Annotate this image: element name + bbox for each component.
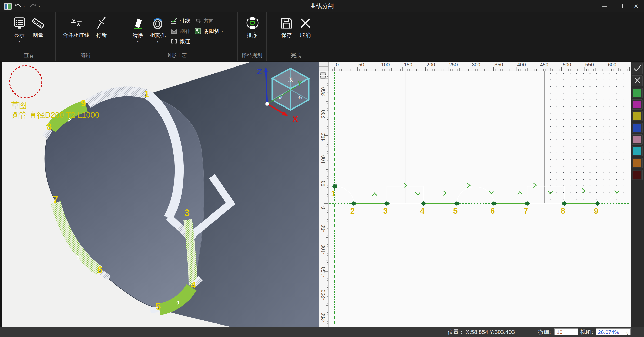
color-swatch-5[interactable] <box>632 134 643 145</box>
ribbon-group-查看: 显示▾测量查看 <box>2 12 56 61</box>
ribbon-button-label: 显示 <box>14 32 25 39</box>
v-ruler-label: 250 <box>320 87 326 96</box>
cancel-button[interactable] <box>632 75 643 86</box>
close-button[interactable]: × <box>628 0 644 12</box>
v-ruler-label: -50 <box>320 224 326 232</box>
check-icon <box>633 65 642 72</box>
h-ruler-label: 500 <box>563 62 571 68</box>
ribbon-button-微连[interactable]: 微连 <box>171 38 190 45</box>
direction-icon <box>195 18 201 24</box>
cut-marker-5: 5 <box>156 301 161 312</box>
merge-icon <box>70 17 83 30</box>
display-icon <box>13 17 26 30</box>
color-swatch-1[interactable] <box>632 88 643 98</box>
ribbon-button-label: 微连 <box>179 38 190 45</box>
zoom-level-select[interactable]: 26.074% ∨ <box>596 328 631 335</box>
color-swatch-2[interactable] <box>632 99 643 110</box>
position-label: 位置： <box>448 327 464 337</box>
microjoint-icon <box>171 38 177 45</box>
chevron-down-icon: ∨ <box>626 329 629 337</box>
viewport-2d[interactable]: 0501001502002503003504004505005506006502… <box>319 62 631 327</box>
patch-icon <box>171 28 177 34</box>
v-ruler-label: -200 <box>320 290 326 300</box>
point-label-3: 3 <box>383 207 388 215</box>
ribbon-button-label: 相贯孔 <box>150 32 166 39</box>
cut-marker-9: 9 <box>81 98 86 109</box>
v-ruler-label: 200 <box>320 110 326 118</box>
ribbon-button-显示[interactable]: 显示▾ <box>10 16 29 43</box>
ruler-unit-icon <box>320 76 326 79</box>
ribbon-button-引线[interactable]: 引线 <box>171 17 190 24</box>
color-swatch-6[interactable] <box>632 146 643 156</box>
cut-marker-1: 1 <box>144 89 150 99</box>
x-axis-label: X <box>292 114 298 124</box>
h-ruler-label: 150 <box>404 62 412 68</box>
window-title: 曲线分割 <box>0 0 644 12</box>
ribbon-group-label: 完成 <box>267 52 325 61</box>
h-ruler-label: 300 <box>472 62 480 68</box>
point-label-1: 1 <box>331 189 336 198</box>
minimize-button[interactable]: ─ <box>597 0 612 12</box>
point-label-4: 4 <box>420 207 425 215</box>
chevron-down-icon[interactable]: ▾ <box>137 40 138 43</box>
ribbon-button-label: 合并相连线 <box>63 32 90 39</box>
cut-marker-6: 6 <box>97 265 103 275</box>
h-ruler-label: 100 <box>381 62 390 68</box>
ribbon-button-方向[interactable]: 方向 <box>195 17 223 24</box>
chevron-down-icon[interactable]: ▾ <box>221 29 223 33</box>
point-label-7: 7 <box>524 207 528 215</box>
v-ruler-label: 150 <box>320 132 326 141</box>
h-ruler-label: 600 <box>608 62 616 68</box>
ribbon-button-测量[interactable]: 测量 <box>29 16 48 43</box>
break-icon <box>95 17 108 30</box>
ribbon-small-button-stack: 引线割补微连 <box>171 17 190 45</box>
save-icon <box>280 17 293 30</box>
cube-face-right-label: 右 <box>298 94 303 100</box>
h-ruler-label: 550 <box>585 62 594 68</box>
cube-face-top-label: 顶 <box>288 76 293 82</box>
ribbon-button-清除[interactable]: 清除▾ <box>128 16 147 43</box>
nudge-input[interactable]: 10 <box>554 328 578 335</box>
ribbon-group-label: 编辑 <box>56 52 116 61</box>
ribbon-group-路径规划: 排序路径规划 <box>238 12 267 61</box>
color-swatch-3[interactable] <box>632 111 643 121</box>
color-swatch-8[interactable] <box>632 170 643 180</box>
color-swatch-4[interactable] <box>632 123 643 133</box>
ribbon-button-打断[interactable]: 打断 <box>92 16 111 43</box>
point-label-6: 6 <box>490 207 495 215</box>
h-ruler-label: 0 <box>336 62 339 68</box>
ribbon-button-保存[interactable]: 保存 <box>277 16 296 43</box>
maximize-button[interactable] <box>612 0 628 12</box>
confirm-button[interactable] <box>632 63 643 74</box>
v-ruler-label: -250 <box>320 312 326 322</box>
ribbon-button-割补[interactable]: 割补 <box>171 28 190 35</box>
ribbon-group-完成: 保存取消完成 <box>267 12 325 61</box>
ruler-unit-icon <box>320 72 326 75</box>
ribbon-button-合并相连线[interactable]: 合并相连线 <box>60 16 92 43</box>
v-ruler-label: 0 <box>320 206 326 209</box>
application-window: ▾ ▾ 曲线分割 ─ × 显示▾测量查看合并相连线打断编辑清除▾相贯孔▾引线割补… <box>0 0 644 337</box>
h-ruler-label: 350 <box>494 62 503 68</box>
color-swatch-7[interactable] <box>632 158 643 168</box>
ribbon-button-排序[interactable]: 排序 <box>243 16 262 43</box>
ribbon-button-取消[interactable]: 取消 <box>296 16 315 43</box>
sketch-label: 草图 <box>11 101 27 110</box>
ribbon-button-相贯孔[interactable]: 相贯孔▾ <box>147 16 168 43</box>
viewport-3d[interactable]: 草图 圆管 直径D200 T2 L1000 13456789 顶 前 右 <box>2 62 319 327</box>
cut-marker-3: 3 <box>184 208 190 218</box>
ribbon-group-编辑: 合并相连线打断编辑 <box>56 12 116 61</box>
ribbon-toolbar: 显示▾测量查看合并相连线打断编辑清除▾相贯孔▾引线割补微连方向阴阳切▾图形工艺排… <box>0 12 644 61</box>
ribbon-button-label: 测量 <box>33 32 44 39</box>
hole-icon <box>151 17 164 30</box>
cross-icon <box>634 77 641 85</box>
nudge-label: 微调: <box>538 327 551 337</box>
z-axis-label: Z <box>257 67 262 76</box>
chevron-down-icon[interactable]: ▾ <box>18 40 20 43</box>
yinyang-icon <box>195 28 201 34</box>
h-ruler-label: 400 <box>517 62 526 68</box>
ribbon-button-label: 保存 <box>281 32 292 39</box>
ribbon-button-阴阳切[interactable]: 阴阳切▾ <box>195 28 223 35</box>
point-label-5: 5 <box>453 207 458 215</box>
h-ruler-label: 50 <box>358 62 364 68</box>
chevron-down-icon[interactable]: ▾ <box>157 40 158 43</box>
